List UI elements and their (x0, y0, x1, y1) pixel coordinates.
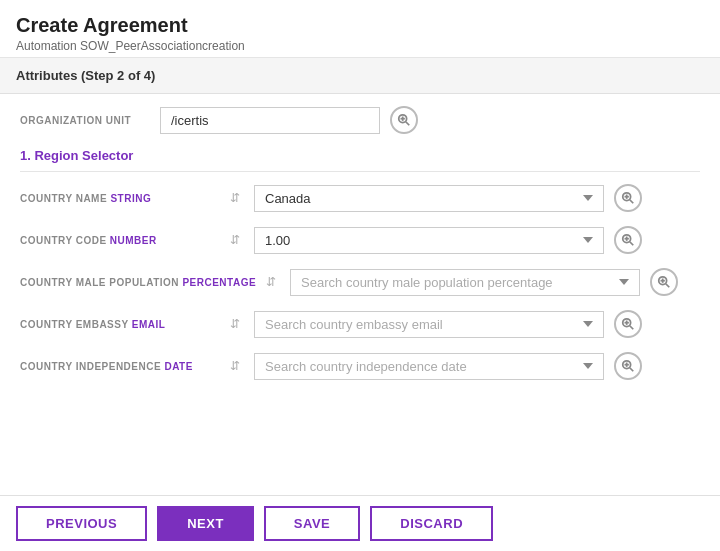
magnifier-icon (621, 191, 635, 205)
field-label-1: COUNTRY CODE NUMBER (20, 235, 220, 246)
sort-icon-0[interactable]: ⇵ (230, 191, 244, 205)
field-select-4[interactable]: Search country independence date (254, 353, 604, 380)
field-select-2[interactable]: Search country male population percentag… (290, 269, 640, 296)
magnifier-icon (621, 359, 635, 373)
previous-button[interactable]: PREVIOUS (16, 506, 147, 541)
fields-container: COUNTRY NAME STRING⇵Canada COUNTRY CODE … (20, 184, 700, 380)
field-label-0: COUNTRY NAME STRING (20, 193, 220, 204)
field-search-button-1[interactable] (614, 226, 642, 254)
field-select-3[interactable]: Search country embassy email (254, 311, 604, 338)
field-row: COUNTRY INDEPENDENCE DATE⇵Search country… (20, 352, 700, 380)
form-container: ORGANIZATION UNIT 1. Region Selector COU… (0, 94, 720, 404)
step-label: Attributes (Step 2 of 4) (16, 68, 155, 83)
select-wrapper-4: Search country independence date (254, 353, 604, 380)
svg-line-1 (406, 122, 410, 126)
discard-button[interactable]: DISCARD (370, 506, 493, 541)
field-search-button-3[interactable] (614, 310, 642, 338)
select-wrapper-1: 1.00 (254, 227, 604, 254)
org-unit-input[interactable] (160, 107, 380, 134)
sort-icon-3[interactable]: ⇵ (230, 317, 244, 331)
field-search-button-4[interactable] (614, 352, 642, 380)
field-row: COUNTRY NAME STRING⇵Canada (20, 184, 700, 212)
magnifier-icon (397, 113, 411, 127)
svg-line-9 (630, 242, 634, 246)
svg-line-21 (630, 368, 634, 372)
field-row: COUNTRY MALE POPULATION PERCENTAGE⇵Searc… (20, 268, 700, 296)
field-row: COUNTRY CODE NUMBER⇵1.00 (20, 226, 700, 254)
field-label-2: COUNTRY MALE POPULATION PERCENTAGE (20, 277, 256, 288)
select-wrapper-0: Canada (254, 185, 604, 212)
org-unit-row: ORGANIZATION UNIT (20, 106, 700, 134)
field-label-3: COUNTRY EMBASSY EMAIL (20, 319, 220, 330)
field-select-0[interactable]: Canada (254, 185, 604, 212)
field-search-button-2[interactable] (650, 268, 678, 296)
page-title: Create Agreement (16, 14, 704, 37)
select-wrapper-3: Search country embassy email (254, 311, 604, 338)
bottom-actions: PREVIOUS NEXT SAVE DISCARD (0, 495, 720, 551)
section-header: 1. Region Selector (20, 148, 700, 172)
field-select-1[interactable]: 1.00 (254, 227, 604, 254)
sort-icon-2[interactable]: ⇵ (266, 275, 280, 289)
svg-line-5 (630, 200, 634, 204)
page-header: Create Agreement Automation SOW_PeerAsso… (0, 0, 720, 58)
org-unit-label: ORGANIZATION UNIT (20, 115, 150, 126)
sort-icon-1[interactable]: ⇵ (230, 233, 244, 247)
magnifier-icon (657, 275, 671, 289)
step-bar: Attributes (Step 2 of 4) (0, 58, 720, 94)
field-row: COUNTRY EMBASSY EMAIL⇵Search country emb… (20, 310, 700, 338)
magnifier-icon (621, 317, 635, 331)
svg-line-13 (666, 284, 670, 288)
magnifier-icon (621, 233, 635, 247)
sort-icon-4[interactable]: ⇵ (230, 359, 244, 373)
svg-line-17 (630, 326, 634, 330)
field-label-4: COUNTRY INDEPENDENCE DATE (20, 361, 220, 372)
select-wrapper-2: Search country male population percentag… (290, 269, 640, 296)
save-button[interactable]: SAVE (264, 506, 360, 541)
next-button[interactable]: NEXT (157, 506, 254, 541)
field-search-button-0[interactable] (614, 184, 642, 212)
org-unit-search-button[interactable] (390, 106, 418, 134)
page-subtitle: Automation SOW_PeerAssociationcreation (16, 39, 704, 53)
